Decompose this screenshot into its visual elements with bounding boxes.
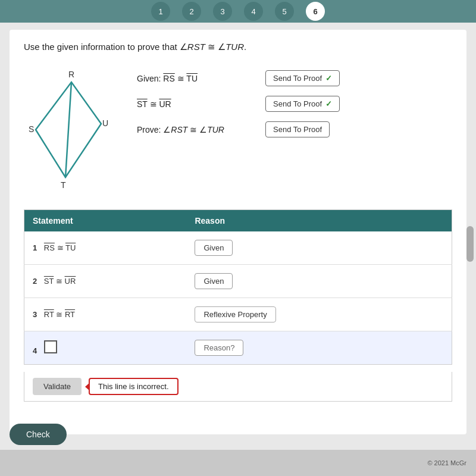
- geometry-diagram: R S U T: [24, 64, 119, 195]
- reason-4-btn[interactable]: Reason?: [195, 340, 243, 356]
- check-button[interactable]: Check: [10, 424, 67, 445]
- nav-btn-4[interactable]: 4: [244, 2, 263, 21]
- row-4-num: 4: [33, 346, 37, 355]
- svg-line-1: [65, 82, 71, 177]
- checkmark-1: ✓: [325, 74, 332, 83]
- validate-button[interactable]: Validate: [33, 378, 82, 395]
- stmt-1-rs: RS: [44, 243, 55, 252]
- svg-text:T: T: [61, 180, 66, 190]
- prove-label: Prove:: [137, 125, 163, 134]
- checkmark-2: ✓: [325, 99, 332, 108]
- validate-row: Validate This line is incorrect.: [24, 372, 452, 402]
- stmt-3-rt2: RT: [65, 310, 75, 319]
- given-2-eq-st: ST: [137, 99, 148, 109]
- main-content: Use the given information to prove that …: [10, 30, 466, 434]
- col-statement-header: Statement: [24, 210, 187, 232]
- scroll-indicator[interactable]: [466, 226, 474, 262]
- stmt-1-congruent: ≅: [57, 243, 65, 252]
- nav-btn-3[interactable]: 3: [213, 2, 232, 21]
- col-reason-header: Reason: [186, 210, 452, 232]
- row-2-num: 2: [33, 277, 37, 286]
- row-1-num: 1: [33, 243, 37, 252]
- check-section: Check: [10, 424, 67, 445]
- send-to-proof-btn-1[interactable]: Send To Proof ✓: [265, 70, 340, 86]
- row-3-num: 3: [33, 310, 37, 319]
- table-row: 1 RS ≅ TU Given: [24, 231, 452, 265]
- svg-text:S: S: [29, 124, 34, 134]
- svg-text:R: R: [68, 70, 74, 79]
- statement-3-cell: 3 RT ≅ RT: [24, 298, 187, 331]
- table-row: 4 Reason?: [24, 331, 452, 365]
- stmt-2-ur: UR: [65, 277, 76, 286]
- send-to-proof-label-3: Send To Proof: [273, 125, 322, 134]
- send-to-proof-label-1: Send To Proof: [273, 74, 322, 83]
- prove-eq: ∠RST ≅ ∠TUR: [163, 125, 224, 134]
- given-1-label: Given:: [137, 74, 163, 83]
- given-1-eq-tu: TU: [186, 74, 198, 83]
- send-to-proof-btn-2[interactable]: Send To Proof ✓: [265, 96, 340, 112]
- top-navigation: 1 2 3 4 5 6: [0, 0, 476, 23]
- send-to-proof-label-2: Send To Proof: [273, 99, 322, 108]
- send-to-proof-btn-3[interactable]: Send To Proof: [265, 121, 330, 137]
- statement-4-input[interactable]: [44, 340, 57, 353]
- prove-text: Prove: ∠RST ≅ ∠TUR: [137, 125, 256, 134]
- reason-1-cell: Given: [186, 231, 452, 265]
- geometry-section: R S U T Given: RS ≅ TU Send To Proof ✓: [24, 64, 452, 195]
- svg-text:U: U: [102, 118, 108, 128]
- reason-2-btn[interactable]: Given: [195, 273, 233, 289]
- nav-btn-5[interactable]: 5: [275, 2, 294, 21]
- statement-1-cell: 1 RS ≅ TU: [24, 231, 187, 265]
- stmt-2-congruent: ≅: [56, 277, 65, 286]
- stmt-3-rt1: RT: [44, 310, 54, 319]
- proof-table: Statement Reason 1 RS ≅ TU Given: [24, 209, 452, 365]
- given-row-2: ST ≅ UR Send To Proof ✓: [137, 96, 340, 112]
- error-badge: This line is incorrect.: [89, 378, 178, 395]
- given-prove-section: Given: RS ≅ TU Send To Proof ✓ ST ≅ UR: [137, 64, 340, 137]
- table-row: 2 ST ≅ UR Given: [24, 265, 452, 298]
- reason-4-cell: Reason?: [186, 331, 452, 365]
- prove-row: Prove: ∠RST ≅ ∠TUR Send To Proof: [137, 121, 340, 137]
- given-2-eq-ur: UR: [159, 99, 171, 109]
- footer: © 2021 McGr: [0, 450, 476, 476]
- statement-4-cell: 4: [24, 331, 187, 365]
- reason-1-btn[interactable]: Given: [195, 240, 233, 256]
- stmt-3-congruent: ≅: [56, 310, 65, 319]
- problem-title: Use the given information to prove that …: [24, 42, 452, 52]
- given-2-congruent: ≅: [150, 99, 159, 109]
- given-1-text: Given: RS ≅ TU: [137, 74, 256, 83]
- reason-3-cell: Reflexive Property: [186, 298, 452, 331]
- nav-btn-2[interactable]: 2: [182, 2, 201, 21]
- table-row: 3 RT ≅ RT Reflexive Property: [24, 298, 452, 331]
- given-1-congruent: ≅: [177, 74, 187, 83]
- copyright-text: © 2021 McGr: [427, 459, 466, 466]
- stmt-2-st: ST: [44, 277, 54, 286]
- nav-btn-1[interactable]: 1: [151, 2, 170, 21]
- reason-2-cell: Given: [186, 265, 452, 298]
- nav-btn-6[interactable]: 6: [306, 2, 325, 21]
- stmt-1-tu: TU: [65, 243, 76, 252]
- given-2-text: ST ≅ UR: [137, 99, 256, 109]
- given-row-1: Given: RS ≅ TU Send To Proof ✓: [137, 70, 340, 86]
- table-header-row: Statement Reason: [24, 210, 452, 232]
- given-1-eq-rs: RS: [163, 74, 174, 83]
- statement-2-cell: 2 ST ≅ UR: [24, 265, 187, 298]
- reason-3-btn[interactable]: Reflexive Property: [195, 306, 275, 322]
